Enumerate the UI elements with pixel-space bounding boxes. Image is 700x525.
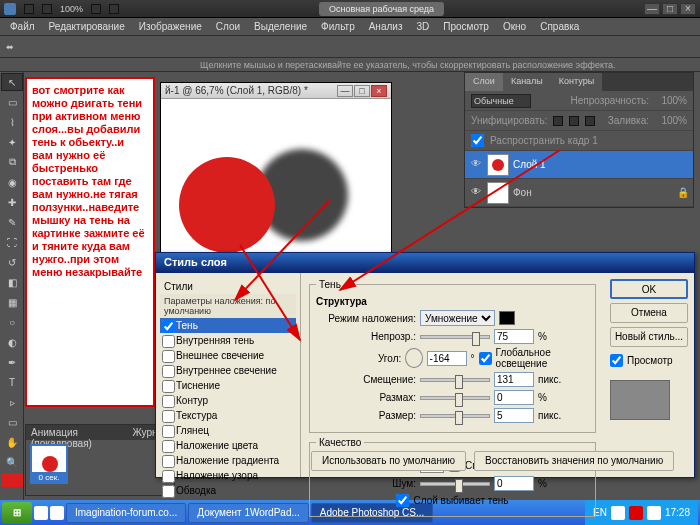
menu-filter[interactable]: Фильтр [315,19,361,34]
style-bevel[interactable]: Тиснение [160,378,296,393]
style-check[interactable] [162,410,175,423]
menu-edit[interactable]: Редактирование [43,19,131,34]
blend-mode-select[interactable]: Умножение [420,310,495,326]
noise-input[interactable] [494,476,534,491]
quicklaunch-icon[interactable] [50,506,64,520]
layer-name[interactable]: Фон [513,187,532,198]
quicklaunch-icon[interactable] [34,506,48,520]
style-check[interactable] [162,440,175,453]
style-check[interactable] [162,395,175,408]
start-button[interactable]: ⊞ [2,502,32,524]
style-check[interactable] [162,335,175,348]
color-swatch[interactable] [1,473,23,487]
style-inner-glow[interactable]: Внутреннее свечение [160,363,296,378]
shadow-color-swatch[interactable] [499,311,515,325]
gradient-tool[interactable]: ▦ [1,293,23,311]
style-gradient-overlay[interactable]: Наложение градиента [160,453,296,468]
opacity-value[interactable]: 100% [655,95,687,106]
style-inner-shadow[interactable]: Внутренняя тень [160,333,296,348]
shape-tool[interactable]: ▭ [1,413,23,431]
menu-select[interactable]: Выделение [248,19,313,34]
noise-slider[interactable] [420,482,490,486]
crop-tool[interactable]: ⧉ [1,153,23,171]
angle-dial[interactable] [405,348,422,368]
heal-tool[interactable]: ✚ [1,193,23,211]
maximize-button[interactable]: □ [662,3,678,15]
ok-button[interactable]: OK [610,279,688,299]
distance-input[interactable] [494,372,534,387]
tab-paths[interactable]: Контуры [551,73,602,91]
blend-mode-select[interactable] [471,94,531,108]
zoom-tool[interactable]: 🔍 [1,453,23,471]
eyedropper-tool[interactable]: ◉ [1,173,23,191]
style-check[interactable] [162,485,175,498]
menu-image[interactable]: Изображение [133,19,208,34]
tab-animation[interactable]: Анимация (покадровая) [31,427,125,438]
menu-window[interactable]: Окно [497,19,532,34]
toolbar-icon[interactable] [24,4,34,14]
opacity-slider[interactable]: .slider::after{left:var(--p,50%)} [420,335,490,339]
move-tool-icon[interactable]: ⬌ [6,42,14,52]
minimize-button[interactable]: — [644,3,660,15]
angle-input[interactable] [427,351,467,366]
visibility-icon[interactable]: 👁 [469,158,483,172]
style-check[interactable] [162,470,175,483]
history-brush-tool[interactable]: ↺ [1,253,23,271]
hand-tool[interactable]: ✋ [1,433,23,451]
layer-thumb[interactable] [487,154,509,176]
propagate-check[interactable] [471,134,484,147]
style-check[interactable] [162,365,175,378]
layer-row[interactable]: 👁 Слой 1 [465,151,693,179]
zoom-value[interactable]: 100% [60,4,83,14]
move-tool[interactable]: ↖ [1,73,23,91]
style-check[interactable] [162,425,175,438]
layer-thumb[interactable] [487,182,509,204]
animation-frame[interactable]: 0 сек. [30,444,68,484]
type-tool[interactable]: T [1,373,23,391]
spread-slider[interactable] [420,396,490,400]
distance-slider[interactable] [420,378,490,382]
brush-tool[interactable]: ✎ [1,213,23,231]
red-circle-shape[interactable] [179,157,275,253]
tray-icon[interactable] [647,506,661,520]
knockout-check[interactable] [396,494,409,507]
wand-tool[interactable]: ✦ [1,133,23,151]
lasso-tool[interactable]: ⌇ [1,113,23,131]
blur-tool[interactable]: ○ [1,313,23,331]
style-texture[interactable]: Текстура [160,408,296,423]
style-color-overlay[interactable]: Наложение цвета [160,438,296,453]
fill-value[interactable]: 100% [655,115,687,126]
cancel-button[interactable]: Отмена [610,303,688,323]
toolbar-icon[interactable] [42,4,52,14]
menu-help[interactable]: Справка [534,19,585,34]
visibility-icon[interactable]: 👁 [469,186,483,200]
doc-maximize[interactable]: □ [354,85,370,97]
tab-layers[interactable]: Слои [465,73,503,91]
style-drop-shadow[interactable]: Тень [160,318,296,333]
style-contour[interactable]: Контур [160,393,296,408]
lock-icon[interactable] [569,116,579,126]
lock-icon[interactable] [553,116,563,126]
doc-close[interactable]: × [371,85,387,97]
frame-time[interactable]: 0 сек. [32,472,66,483]
spread-input[interactable] [494,390,534,405]
layer-row[interactable]: 👁 Фон 🔒 [465,179,693,207]
menu-file[interactable]: Файл [4,19,41,34]
make-default-button[interactable]: Использовать по умолчанию [311,451,466,471]
dodge-tool[interactable]: ◐ [1,333,23,351]
style-check[interactable] [162,380,175,393]
size-slider[interactable] [420,414,490,418]
stamp-tool[interactable]: ⛶ [1,233,23,251]
reset-default-button[interactable]: Восстановить значения по умолчанию [474,451,674,471]
lock-icon[interactable] [585,116,595,126]
blending-options[interactable]: Параметры наложения: по умолчанию [160,294,296,318]
style-stroke[interactable]: Обводка [160,483,296,498]
menu-analysis[interactable]: Анализ [363,19,409,34]
close-button[interactable]: × [680,3,696,15]
layer-name[interactable]: Слой 1 [513,159,546,170]
style-check[interactable] [162,350,175,363]
style-outer-glow[interactable]: Внешнее свечение [160,348,296,363]
menu-view[interactable]: Просмотр [437,19,495,34]
style-satin[interactable]: Глянец [160,423,296,438]
task-button[interactable]: Документ 1WordPad... [188,503,309,523]
